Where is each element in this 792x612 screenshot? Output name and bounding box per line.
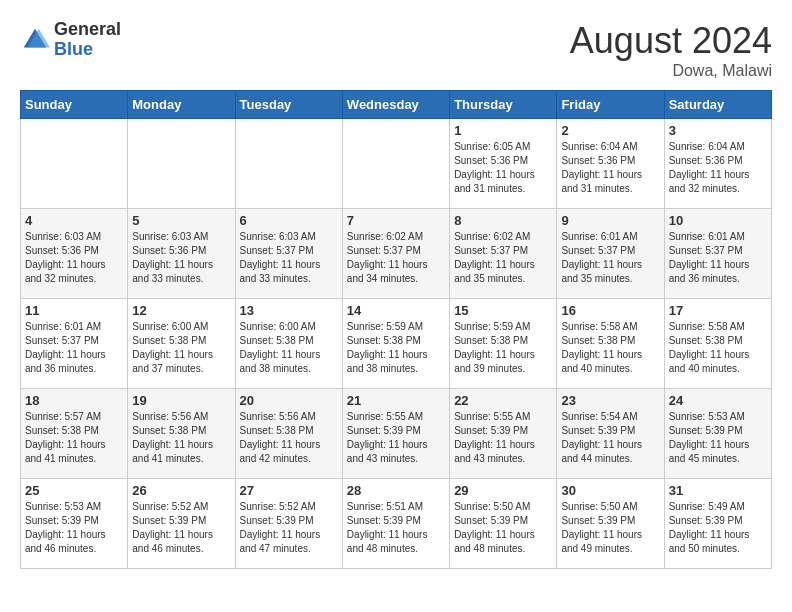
day-number: 28 <box>347 483 445 498</box>
calendar-cell: 27Sunrise: 5:52 AMSunset: 5:39 PMDayligh… <box>235 479 342 569</box>
header-day: Sunday <box>21 91 128 119</box>
day-info: Sunrise: 6:02 AMSunset: 5:37 PMDaylight:… <box>454 230 552 286</box>
day-number: 19 <box>132 393 230 408</box>
day-number: 3 <box>669 123 767 138</box>
day-info: Sunrise: 5:52 AMSunset: 5:39 PMDaylight:… <box>240 500 338 556</box>
calendar-cell: 7Sunrise: 6:02 AMSunset: 5:37 PMDaylight… <box>342 209 449 299</box>
calendar-cell: 2Sunrise: 6:04 AMSunset: 5:36 PMDaylight… <box>557 119 664 209</box>
day-info: Sunrise: 6:02 AMSunset: 5:37 PMDaylight:… <box>347 230 445 286</box>
calendar-cell: 29Sunrise: 5:50 AMSunset: 5:39 PMDayligh… <box>450 479 557 569</box>
day-number: 4 <box>25 213 123 228</box>
day-number: 12 <box>132 303 230 318</box>
calendar-cell: 12Sunrise: 6:00 AMSunset: 5:38 PMDayligh… <box>128 299 235 389</box>
logo: General Blue <box>20 20 121 60</box>
day-info: Sunrise: 5:54 AMSunset: 5:39 PMDaylight:… <box>561 410 659 466</box>
calendar-cell: 22Sunrise: 5:55 AMSunset: 5:39 PMDayligh… <box>450 389 557 479</box>
calendar-cell: 26Sunrise: 5:52 AMSunset: 5:39 PMDayligh… <box>128 479 235 569</box>
calendar-cell: 24Sunrise: 5:53 AMSunset: 5:39 PMDayligh… <box>664 389 771 479</box>
logo-text: General Blue <box>54 20 121 60</box>
day-number: 20 <box>240 393 338 408</box>
day-number: 25 <box>25 483 123 498</box>
day-number: 21 <box>347 393 445 408</box>
day-number: 8 <box>454 213 552 228</box>
calendar-cell: 14Sunrise: 5:59 AMSunset: 5:38 PMDayligh… <box>342 299 449 389</box>
calendar-week-row: 25Sunrise: 5:53 AMSunset: 5:39 PMDayligh… <box>21 479 772 569</box>
calendar-cell <box>21 119 128 209</box>
calendar-cell: 8Sunrise: 6:02 AMSunset: 5:37 PMDaylight… <box>450 209 557 299</box>
day-number: 11 <box>25 303 123 318</box>
calendar-cell: 11Sunrise: 6:01 AMSunset: 5:37 PMDayligh… <box>21 299 128 389</box>
calendar-body: 1Sunrise: 6:05 AMSunset: 5:36 PMDaylight… <box>21 119 772 569</box>
calendar-header: SundayMondayTuesdayWednesdayThursdayFrid… <box>21 91 772 119</box>
day-info: Sunrise: 5:58 AMSunset: 5:38 PMDaylight:… <box>561 320 659 376</box>
day-info: Sunrise: 5:50 AMSunset: 5:39 PMDaylight:… <box>561 500 659 556</box>
day-number: 14 <box>347 303 445 318</box>
day-info: Sunrise: 5:51 AMSunset: 5:39 PMDaylight:… <box>347 500 445 556</box>
day-number: 27 <box>240 483 338 498</box>
page-header: General Blue August 2024 Dowa, Malawi <box>20 20 772 80</box>
day-info: Sunrise: 5:59 AMSunset: 5:38 PMDaylight:… <box>347 320 445 376</box>
day-info: Sunrise: 6:03 AMSunset: 5:36 PMDaylight:… <box>25 230 123 286</box>
day-number: 2 <box>561 123 659 138</box>
day-number: 9 <box>561 213 659 228</box>
calendar-cell: 9Sunrise: 6:01 AMSunset: 5:37 PMDaylight… <box>557 209 664 299</box>
day-number: 26 <box>132 483 230 498</box>
day-info: Sunrise: 5:55 AMSunset: 5:39 PMDaylight:… <box>347 410 445 466</box>
day-number: 10 <box>669 213 767 228</box>
day-info: Sunrise: 6:00 AMSunset: 5:38 PMDaylight:… <box>132 320 230 376</box>
day-info: Sunrise: 6:01 AMSunset: 5:37 PMDaylight:… <box>669 230 767 286</box>
calendar-cell <box>342 119 449 209</box>
day-number: 1 <box>454 123 552 138</box>
day-info: Sunrise: 6:04 AMSunset: 5:36 PMDaylight:… <box>561 140 659 196</box>
day-info: Sunrise: 5:56 AMSunset: 5:38 PMDaylight:… <box>240 410 338 466</box>
calendar-cell: 19Sunrise: 5:56 AMSunset: 5:38 PMDayligh… <box>128 389 235 479</box>
day-info: Sunrise: 6:01 AMSunset: 5:37 PMDaylight:… <box>561 230 659 286</box>
calendar-cell <box>235 119 342 209</box>
day-info: Sunrise: 5:53 AMSunset: 5:39 PMDaylight:… <box>25 500 123 556</box>
day-info: Sunrise: 6:03 AMSunset: 5:36 PMDaylight:… <box>132 230 230 286</box>
day-info: Sunrise: 5:58 AMSunset: 5:38 PMDaylight:… <box>669 320 767 376</box>
calendar-cell: 17Sunrise: 5:58 AMSunset: 5:38 PMDayligh… <box>664 299 771 389</box>
calendar-cell <box>128 119 235 209</box>
calendar-cell: 10Sunrise: 6:01 AMSunset: 5:37 PMDayligh… <box>664 209 771 299</box>
day-number: 16 <box>561 303 659 318</box>
calendar-cell: 25Sunrise: 5:53 AMSunset: 5:39 PMDayligh… <box>21 479 128 569</box>
calendar-table: SundayMondayTuesdayWednesdayThursdayFrid… <box>20 90 772 569</box>
logo-blue: Blue <box>54 40 121 60</box>
day-info: Sunrise: 5:50 AMSunset: 5:39 PMDaylight:… <box>454 500 552 556</box>
calendar-cell: 20Sunrise: 5:56 AMSunset: 5:38 PMDayligh… <box>235 389 342 479</box>
calendar-cell: 3Sunrise: 6:04 AMSunset: 5:36 PMDaylight… <box>664 119 771 209</box>
header-day: Saturday <box>664 91 771 119</box>
day-info: Sunrise: 6:00 AMSunset: 5:38 PMDaylight:… <box>240 320 338 376</box>
calendar-week-row: 4Sunrise: 6:03 AMSunset: 5:36 PMDaylight… <box>21 209 772 299</box>
calendar-cell: 28Sunrise: 5:51 AMSunset: 5:39 PMDayligh… <box>342 479 449 569</box>
day-info: Sunrise: 6:04 AMSunset: 5:36 PMDaylight:… <box>669 140 767 196</box>
calendar-cell: 6Sunrise: 6:03 AMSunset: 5:37 PMDaylight… <box>235 209 342 299</box>
day-number: 6 <box>240 213 338 228</box>
header-day: Tuesday <box>235 91 342 119</box>
day-info: Sunrise: 5:52 AMSunset: 5:39 PMDaylight:… <box>132 500 230 556</box>
day-number: 18 <box>25 393 123 408</box>
day-number: 13 <box>240 303 338 318</box>
calendar-cell: 31Sunrise: 5:49 AMSunset: 5:39 PMDayligh… <box>664 479 771 569</box>
day-number: 7 <box>347 213 445 228</box>
calendar-cell: 16Sunrise: 5:58 AMSunset: 5:38 PMDayligh… <box>557 299 664 389</box>
calendar-cell: 15Sunrise: 5:59 AMSunset: 5:38 PMDayligh… <box>450 299 557 389</box>
day-info: Sunrise: 5:59 AMSunset: 5:38 PMDaylight:… <box>454 320 552 376</box>
day-number: 24 <box>669 393 767 408</box>
header-day: Friday <box>557 91 664 119</box>
day-number: 17 <box>669 303 767 318</box>
logo-icon <box>20 25 50 55</box>
header-day: Thursday <box>450 91 557 119</box>
day-number: 29 <box>454 483 552 498</box>
calendar-cell: 13Sunrise: 6:00 AMSunset: 5:38 PMDayligh… <box>235 299 342 389</box>
day-number: 5 <box>132 213 230 228</box>
logo-general: General <box>54 20 121 40</box>
calendar-cell: 21Sunrise: 5:55 AMSunset: 5:39 PMDayligh… <box>342 389 449 479</box>
day-info: Sunrise: 5:53 AMSunset: 5:39 PMDaylight:… <box>669 410 767 466</box>
day-info: Sunrise: 6:05 AMSunset: 5:36 PMDaylight:… <box>454 140 552 196</box>
header-day: Monday <box>128 91 235 119</box>
calendar-cell: 30Sunrise: 5:50 AMSunset: 5:39 PMDayligh… <box>557 479 664 569</box>
day-info: Sunrise: 5:49 AMSunset: 5:39 PMDaylight:… <box>669 500 767 556</box>
day-number: 15 <box>454 303 552 318</box>
